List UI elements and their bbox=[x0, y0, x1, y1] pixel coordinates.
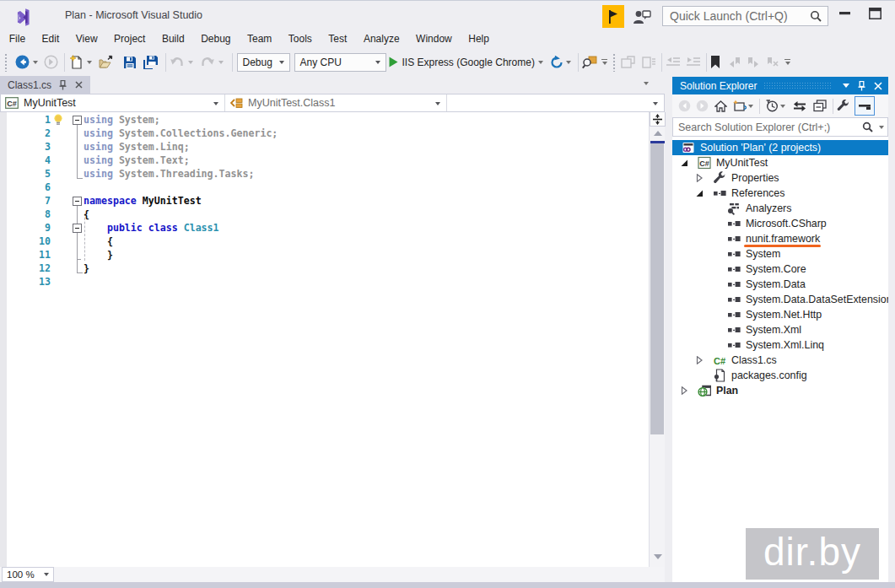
code-line-8[interactable]: 8{ bbox=[0, 208, 278, 221]
display-member-list-button[interactable] bbox=[621, 53, 635, 72]
pin-icon[interactable] bbox=[59, 80, 67, 90]
member-dropdown[interactable] bbox=[447, 94, 664, 111]
save-all-button[interactable] bbox=[143, 53, 159, 72]
search-options-dropdown[interactable] bbox=[879, 126, 884, 129]
vertical-scrollbar[interactable] bbox=[649, 112, 665, 567]
pin-panel-button[interactable] bbox=[855, 78, 869, 93]
menu-item-team[interactable]: Team bbox=[239, 30, 280, 47]
parameter-info-button[interactable] bbox=[642, 53, 656, 72]
save-button[interactable] bbox=[123, 53, 137, 72]
window-position-dropdown[interactable] bbox=[838, 78, 853, 93]
maximize-button[interactable] bbox=[860, 1, 889, 26]
collapse-arrow-icon[interactable] bbox=[695, 189, 704, 197]
lightbulb-icon[interactable] bbox=[52, 114, 64, 126]
se-sync-button[interactable] bbox=[793, 97, 806, 116]
undo-dropdown[interactable] bbox=[188, 61, 193, 64]
tree-item-class1-cs[interactable]: C#Class1.cs bbox=[672, 353, 888, 368]
tree-item-nunit-framework[interactable]: nunit.framework bbox=[672, 231, 888, 246]
code-line-7[interactable]: 7namespace MyUnitTest bbox=[0, 194, 278, 208]
undo-button[interactable] bbox=[170, 53, 185, 72]
tree-item-system-data-datasetextensions[interactable]: System.Data.DataSetExtensions bbox=[672, 292, 888, 307]
start-debugging-dropdown[interactable] bbox=[538, 61, 543, 64]
find-in-files-button[interactable] bbox=[582, 53, 597, 72]
expand-arrow-icon[interactable] bbox=[680, 386, 688, 395]
code-line-3[interactable]: 3using System.Linq; bbox=[0, 140, 278, 154]
scrollbar-thumb[interactable] bbox=[650, 143, 664, 434]
menu-item-build[interactable]: Build bbox=[154, 30, 192, 47]
navigate-forward-button[interactable] bbox=[44, 53, 58, 72]
zoom-select[interactable]: 100 % bbox=[2, 567, 54, 582]
type-dropdown[interactable]: MyUnitTest.Class1 bbox=[225, 94, 447, 111]
code-line-13[interactable]: 13 bbox=[0, 275, 278, 289]
code-line-11[interactable]: 11 } bbox=[0, 248, 278, 262]
code-line-12[interactable]: 12} bbox=[0, 262, 278, 275]
document-well-overflow[interactable] bbox=[644, 82, 649, 85]
refresh-button[interactable] bbox=[550, 53, 563, 72]
redo-button[interactable] bbox=[200, 53, 215, 72]
scroll-up-arrow[interactable] bbox=[654, 131, 662, 136]
tree-item-system-core[interactable]: System.Core bbox=[672, 262, 888, 277]
menu-item-tools[interactable]: Tools bbox=[280, 30, 321, 47]
feedback-button[interactable] bbox=[631, 7, 653, 26]
code-line-10[interactable]: 10 { bbox=[0, 235, 278, 248]
menu-item-window[interactable]: Window bbox=[407, 30, 460, 47]
toggle-bookmark-button[interactable] bbox=[710, 53, 720, 72]
editor-splitter-handle[interactable] bbox=[650, 112, 666, 127]
notifications-flag-button[interactable] bbox=[602, 5, 624, 28]
decrease-indent-button[interactable] bbox=[666, 53, 680, 72]
new-project-dropdown[interactable] bbox=[87, 61, 92, 64]
tree-item-microsoft-csharp[interactable]: Microsoft.CSharp bbox=[672, 216, 888, 231]
tree-item-system-data[interactable]: System.Data bbox=[672, 277, 888, 292]
tree-item-packages-config[interactable]: packages.config bbox=[672, 368, 888, 383]
toolbar-grip[interactable] bbox=[4, 53, 8, 72]
code-line-4[interactable]: 4using System.Text; bbox=[0, 154, 278, 167]
expand-arrow-icon[interactable] bbox=[695, 356, 704, 364]
scroll-down-arrow[interactable] bbox=[654, 554, 662, 559]
code-line-6[interactable]: 6 bbox=[0, 181, 278, 194]
previous-bookmark-button[interactable] bbox=[729, 53, 741, 72]
se-preview-selected-toggle[interactable] bbox=[855, 96, 875, 116]
se-pending-changes-filter-button[interactable] bbox=[766, 97, 779, 116]
solution-explorer-header[interactable]: Solution Explorer bbox=[672, 77, 888, 94]
increase-indent-button[interactable] bbox=[687, 53, 700, 72]
tree-item-system[interactable]: System bbox=[672, 246, 888, 262]
expand-arrow-icon[interactable] bbox=[695, 174, 704, 182]
tree-item-myunittest[interactable]: C#MyUnitTest bbox=[672, 155, 888, 170]
tree-item-system-net-http[interactable]: System.Net.Http bbox=[672, 307, 888, 322]
next-bookmark-button[interactable] bbox=[747, 53, 759, 72]
tab-class1-cs[interactable]: Class1.cs bbox=[0, 76, 90, 94]
tree-item-system-xml[interactable]: System.Xml bbox=[672, 322, 888, 337]
solution-explorer-search-input[interactable]: Search Solution Explorer (Ctrl+;) bbox=[672, 117, 888, 137]
se-switch-views-button[interactable] bbox=[733, 97, 747, 116]
refresh-dropdown[interactable] bbox=[566, 61, 571, 64]
se-forward-button[interactable] bbox=[696, 97, 709, 116]
find-options-dropdown[interactable] bbox=[601, 59, 607, 65]
se-properties-button[interactable] bbox=[837, 97, 849, 116]
toolbar-overflow-button[interactable] bbox=[784, 59, 790, 65]
open-file-button[interactable] bbox=[99, 53, 116, 72]
se-collapse-all-button[interactable] bbox=[813, 97, 827, 116]
tree-item-solution-plan-2-projects-[interactable]: Solution 'Plan' (2 projects) bbox=[672, 140, 888, 155]
tree-item-references[interactable]: References bbox=[672, 186, 888, 201]
collapse-arrow-icon[interactable] bbox=[680, 159, 688, 167]
quick-launch-input[interactable]: Quick Launch (Ctrl+Q) bbox=[662, 6, 828, 26]
collapse-region-button[interactable] bbox=[73, 224, 82, 233]
se-filter-dropdown[interactable] bbox=[780, 105, 785, 108]
tree-item-plan[interactable]: Plan bbox=[672, 383, 888, 398]
code-line-9[interactable]: 9 public class Class1 bbox=[0, 221, 278, 235]
toolbar-grip[interactable] bbox=[612, 53, 616, 72]
code-editor[interactable]: 1using System;2using System.Collections.… bbox=[0, 112, 665, 567]
menu-item-help[interactable]: Help bbox=[461, 30, 498, 47]
menu-item-edit[interactable]: Edit bbox=[34, 30, 67, 47]
clear-bookmarks-button[interactable] bbox=[767, 53, 779, 72]
tree-item-properties[interactable]: Properties bbox=[672, 170, 888, 186]
menu-item-file[interactable]: File bbox=[1, 30, 34, 47]
start-debugging-button[interactable]: IIS Express (Google Chrome) bbox=[389, 53, 535, 72]
navigate-backward-button[interactable] bbox=[15, 53, 30, 72]
menu-item-test[interactable]: Test bbox=[321, 30, 356, 47]
redo-dropdown[interactable] bbox=[218, 61, 224, 64]
collapse-region-button[interactable] bbox=[73, 197, 82, 206]
collapse-region-button[interactable] bbox=[73, 116, 82, 125]
solution-configuration-select[interactable]: Debug bbox=[237, 53, 290, 72]
navigate-backward-dropdown[interactable] bbox=[33, 61, 38, 64]
